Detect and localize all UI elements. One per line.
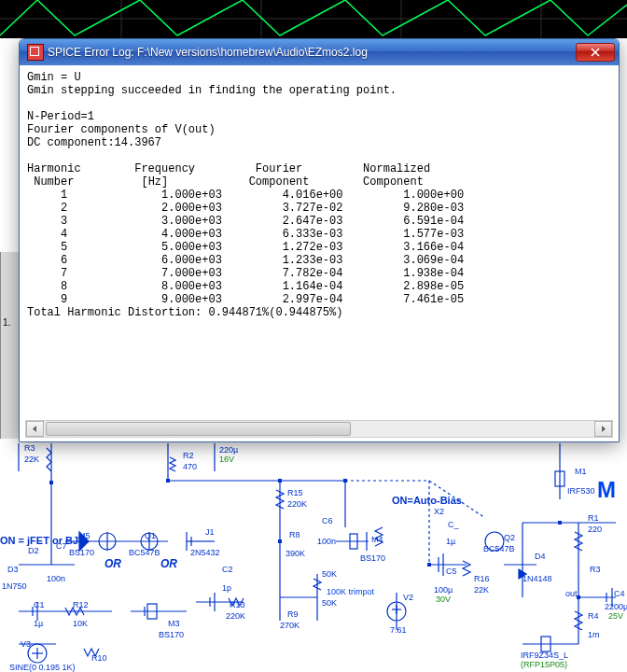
schem-r2: R2 [183, 451, 194, 460]
th-freq: Frequency [134, 162, 195, 175]
schem-r8: R8 [289, 530, 300, 539]
schematic-canvas[interactable]: R3 22K R2 470 220µ 16V R15 220K M1 IRF53… [0, 443, 627, 672]
schem-v3: V3 [21, 639, 31, 649]
schem-m3: M3 [168, 619, 180, 628]
log-nperiod: N-Period=1 [27, 110, 94, 123]
schem-c5: C5 [446, 567, 457, 576]
schem-m3p: BS170 [159, 630, 184, 639]
svg-rect-65 [278, 479, 282, 483]
schem-title: M [597, 477, 616, 503]
schem-50k2: 50K [322, 598, 337, 608]
svg-rect-69 [278, 539, 282, 543]
log-content[interactable]: Gmin = U Gmin stepping succeeded in find… [20, 65, 619, 420]
schem-c4v2: 25V [608, 611, 623, 621]
tu-comp2: Component [363, 175, 424, 189]
schem-r15: R15 [287, 488, 303, 497]
schem-out: out [565, 589, 578, 598]
log-dc: DC component:14.3967 [27, 136, 161, 149]
schem-m1: M1 [575, 467, 587, 476]
schem-d2: D2 [28, 546, 39, 555]
svg-rect-64 [166, 479, 170, 483]
schem-q1p: BC547B [129, 548, 160, 557]
log-thd: Total Harmonic Distortion: 0.944871%(0.9… [27, 306, 342, 319]
schem-50k1: 50K [322, 569, 337, 579]
schem-d3: D3 [7, 565, 19, 574]
schem-rfp: (RFP15P05) [521, 660, 567, 669]
schem-m1p: IRF530 [567, 486, 595, 496]
log-fourier-of: Fourier components of V(out) [27, 123, 216, 136]
schem-r1v: 220 [588, 525, 602, 534]
schem-220uv: 16V [219, 455, 234, 464]
schem-c6v: 100n [317, 537, 336, 546]
schem-m4: M4 [371, 535, 383, 544]
schem-c7: C7 [56, 541, 67, 551]
schem-trimpot: 100K trimpot [327, 587, 374, 596]
schem-c6: C6 [322, 516, 333, 525]
schem-r2v: 470 [183, 462, 197, 471]
svg-rect-70 [427, 563, 431, 567]
schem-m5p: BS170 [69, 548, 94, 557]
schem-r4: R4 [588, 611, 599, 621]
app-icon [27, 44, 44, 61]
schem-q2: Q2 [504, 533, 515, 542]
schem-m4p: BS170 [360, 553, 385, 563]
schem-c2: C2 [222, 565, 233, 574]
schem-autobias: ON=Auto-Bias [392, 495, 462, 506]
schem-220u: 220µ [219, 445, 238, 455]
schem-r33: R3 [590, 565, 601, 574]
spice-log-window: SPICE Error Log: F:\New versions\homebre… [19, 38, 620, 442]
schem-c4v: 2200µ [605, 602, 627, 611]
schem-c5v: 100µ [434, 585, 453, 595]
oscilloscope-background [0, 0, 627, 38]
close-button[interactable] [576, 43, 615, 62]
schem-r13: R13 [230, 600, 245, 609]
schem-c5v2: 30V [436, 595, 451, 604]
schem-r10: R10 [91, 653, 107, 663]
log-gmin: Gmin = U [27, 71, 81, 84]
schem-q1: Q1 [145, 531, 156, 540]
tu-hz: [Hz] [141, 175, 168, 189]
scroll-thumb[interactable] [46, 422, 351, 436]
schem-cv: 1µ [446, 537, 455, 546]
schem-v2: V2 [403, 593, 413, 602]
chevron-right-icon [600, 426, 606, 432]
tu-comp: Component [249, 175, 310, 189]
schem-r16v: 22K [474, 585, 489, 595]
schem-c: C_ [448, 520, 459, 529]
table-body: 1 1.000e+03 4.016e+00 1.000e+00 2 2.000e… [27, 189, 464, 306]
schem-c1v: 1µ [34, 619, 43, 628]
svg-rect-66 [343, 479, 347, 483]
schem-x2: X2 [434, 507, 444, 516]
schem-j1: J1 [205, 527, 215, 537]
schem-d3p: 1N750 [2, 581, 27, 591]
schem-q2p: BC547B [483, 544, 515, 553]
schem-r9v: 270K [280, 621, 300, 630]
schem-r9: R9 [287, 609, 299, 619]
schem-j1p: 2N5432 [190, 548, 220, 557]
schem-r1: R1 [588, 513, 599, 523]
scroll-left-button[interactable] [26, 421, 44, 437]
svg-rect-63 [49, 481, 53, 484]
schem-r4v: 1m [588, 630, 600, 639]
schem-d4p: 1N4148 [522, 574, 552, 583]
schem-r12v: 10K [73, 619, 88, 628]
schem-v2v: 7.61 [390, 625, 407, 635]
schem-or1: OR [104, 557, 121, 570]
window-title: SPICE Error Log: F:\New versions\homebre… [48, 46, 576, 59]
scroll-track[interactable] [44, 421, 594, 437]
tu-number: Number [27, 175, 74, 189]
svg-rect-67 [558, 521, 562, 525]
th-fourier: Fourier [256, 162, 302, 175]
schem-c7v: 100n [47, 574, 65, 583]
horizontal-scrollbar[interactable] [25, 420, 613, 438]
scope-tick: 1. [3, 317, 10, 328]
schem-or2: OR [160, 557, 177, 570]
chevron-left-icon [32, 426, 38, 432]
schem-onjfet: ON = jFET or BJT [0, 535, 85, 546]
log-gmin-step: Gmin stepping succeeded in finding the o… [27, 84, 397, 97]
scroll-right-button[interactable] [594, 421, 612, 437]
scope-axis-ruler: 1. [0, 252, 21, 439]
close-icon [591, 48, 600, 57]
titlebar[interactable]: SPICE Error Log: F:\New versions\homebre… [20, 39, 619, 65]
th-harmonic: Harmonic [27, 162, 81, 175]
